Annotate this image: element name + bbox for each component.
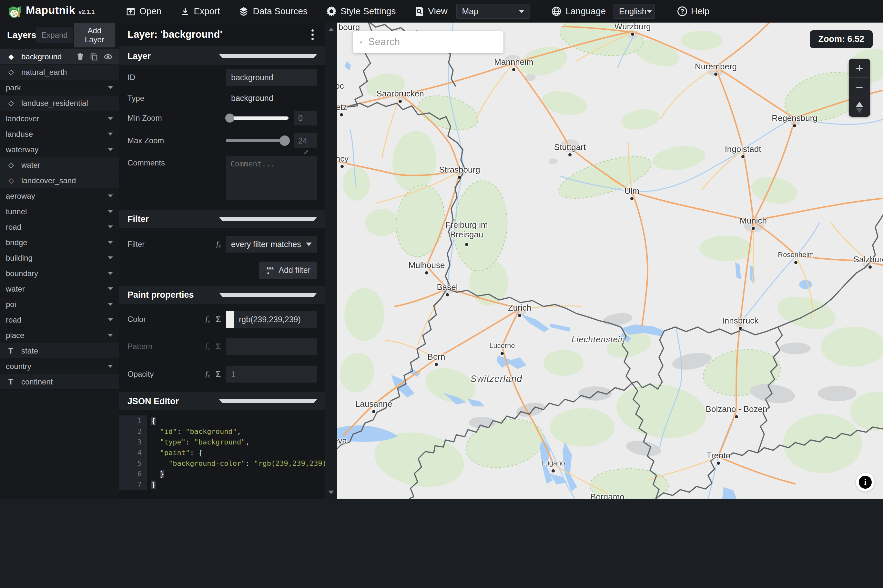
layer-list-item-water[interactable]: ◇water xyxy=(0,158,119,173)
json-code-line: "id": "background", xyxy=(147,426,241,437)
layer-list-item-road[interactable]: road xyxy=(0,312,119,328)
comments-textarea[interactable] xyxy=(226,156,317,200)
map-canvas[interactable]: bourgocWürzburgMannheimNurembergSaarbrüc… xyxy=(337,22,883,499)
data-sources-button[interactable]: Data Sources xyxy=(239,6,308,16)
field-min-zoom: Min Zoom 0 xyxy=(119,107,325,129)
collapse-group-icon[interactable] xyxy=(108,318,113,321)
json-editor[interactable]: 1{2 "id": "background",3 "type": "backgr… xyxy=(119,416,325,490)
min-zoom-slider[interactable] xyxy=(226,117,288,120)
section-json-editor[interactable]: JSON Editor xyxy=(119,392,325,410)
sigma-icon[interactable]: Σ xyxy=(216,342,221,352)
collapse-group-icon[interactable] xyxy=(108,272,113,275)
map-info-button[interactable]: i xyxy=(856,473,875,492)
layer-label: landcover_sand xyxy=(21,176,113,185)
field-opacity: Opacity fx Σ xyxy=(119,358,325,392)
json-code-line: } xyxy=(147,469,164,479)
compass-button[interactable] xyxy=(849,98,870,117)
max-zoom-value[interactable]: 24 xyxy=(294,133,317,148)
collapse-group-icon[interactable] xyxy=(108,195,113,197)
filter-combinator-select[interactable]: every filter matches xyxy=(226,236,317,252)
help-icon: ? xyxy=(677,6,687,16)
zoom-in-button[interactable]: + xyxy=(849,59,870,78)
layer-list-item-landuse_residential[interactable]: ◇landuse_residential xyxy=(0,96,119,111)
layer-list-item-poi[interactable]: poi xyxy=(0,297,119,312)
info-icon: i xyxy=(859,476,872,489)
fx-icon[interactable]: fx xyxy=(216,239,221,249)
collapse-group-icon[interactable] xyxy=(108,225,113,228)
language-button[interactable]: Language xyxy=(551,6,606,16)
zoom-out-button[interactable]: − xyxy=(849,78,870,98)
collapse-group-icon[interactable] xyxy=(108,117,113,120)
section-paint[interactable]: Paint properties xyxy=(119,286,325,304)
layer-list-item-road[interactable]: road xyxy=(0,219,119,235)
layer-list-item-country[interactable]: country xyxy=(0,358,119,374)
layer-list-item-aeroway[interactable]: aeroway xyxy=(0,188,119,204)
add-filter-button[interactable]: Add filter xyxy=(259,262,317,279)
layer-list-item-tunnel[interactable]: tunnel xyxy=(0,204,119,219)
toggle-visibility-icon[interactable] xyxy=(103,52,113,61)
collapse-group-icon[interactable] xyxy=(108,334,113,337)
max-zoom-slider[interactable] xyxy=(226,139,288,142)
layer-list-item-water[interactable]: water xyxy=(0,281,119,297)
layer-list-item-continent[interactable]: Tcontinent xyxy=(0,374,119,390)
collapse-group-icon[interactable] xyxy=(108,303,113,306)
city-dot xyxy=(425,271,428,274)
export-button[interactable]: Export xyxy=(180,6,220,16)
search-input[interactable] xyxy=(368,36,497,48)
scroll-down-icon[interactable] xyxy=(328,490,334,494)
layer-list-item-landuse[interactable]: landuse xyxy=(0,126,119,142)
layer-list-item-place[interactable]: place xyxy=(0,328,119,343)
layer-label: park xyxy=(6,83,105,92)
section-layer[interactable]: Layer xyxy=(119,47,325,65)
collapse-group-icon[interactable] xyxy=(108,241,113,244)
min-zoom-value[interactable]: 0 xyxy=(294,111,317,126)
collapse-group-icon[interactable] xyxy=(108,256,113,260)
layer-list-item-landcover_sand[interactable]: ◇landcover_sand xyxy=(0,173,119,188)
collapse-group-icon[interactable] xyxy=(108,133,113,135)
layer-list-item-park[interactable]: park xyxy=(0,80,119,96)
add-filter-icon xyxy=(266,266,275,275)
collapse-group-icon[interactable] xyxy=(108,287,113,290)
map-search-bar[interactable] xyxy=(353,31,503,53)
layer-list-item-boundary[interactable]: boundary xyxy=(0,266,119,281)
layer-list-item-background[interactable]: ◆background xyxy=(0,49,119,64)
sigma-icon[interactable]: Σ xyxy=(216,315,221,324)
editor-scrollbar[interactable] xyxy=(325,22,337,499)
layer-list-item-state[interactable]: Tstate xyxy=(0,343,119,358)
view-mode-select[interactable]: Map xyxy=(457,4,530,19)
chevron-down-icon xyxy=(219,217,317,221)
scroll-up-icon[interactable] xyxy=(328,28,334,31)
style-settings-button[interactable]: Style Settings xyxy=(326,6,396,16)
app-toolbar: Maputnik v2.1.1 Open Export Data Sources… xyxy=(0,0,883,22)
collapse-group-icon[interactable] xyxy=(108,210,113,213)
color-input[interactable]: rgb(239,239,239) xyxy=(226,311,317,328)
layer-list-item-bridge[interactable]: bridge xyxy=(0,235,119,250)
map-zoom-controls: + − xyxy=(849,59,870,117)
pattern-input[interactable] xyxy=(226,338,317,355)
sigma-icon[interactable]: Σ xyxy=(216,369,221,380)
help-button[interactable]: ? Help xyxy=(677,6,710,16)
fx-icon[interactable]: fx xyxy=(206,342,210,352)
delete-layer-icon[interactable] xyxy=(76,52,84,61)
language-select[interactable]: English xyxy=(614,4,655,19)
collapse-group-icon[interactable] xyxy=(108,365,113,368)
duplicate-layer-icon[interactable] xyxy=(90,52,98,61)
color-swatch[interactable] xyxy=(226,311,236,328)
layer-list-item-natural_earth[interactable]: ◇natural_earth xyxy=(0,64,119,80)
collapse-group-icon[interactable] xyxy=(108,148,113,151)
id-input[interactable] xyxy=(226,69,317,86)
fx-icon[interactable]: fx xyxy=(206,315,210,324)
view-button[interactable]: View xyxy=(414,6,447,16)
open-button[interactable]: Open xyxy=(126,6,162,16)
section-filter[interactable]: Filter xyxy=(119,210,325,228)
json-code-line: "type": "background", xyxy=(147,437,250,447)
add-layer-button[interactable]: Add Layer xyxy=(74,23,115,47)
opacity-input[interactable] xyxy=(226,366,317,382)
layer-list-item-waterway[interactable]: waterway xyxy=(0,142,119,158)
layer-menu-button[interactable] xyxy=(308,27,317,42)
expand-button[interactable]: Expand xyxy=(36,27,73,43)
collapse-group-icon[interactable] xyxy=(108,86,113,89)
layer-list-item-landcover[interactable]: landcover xyxy=(0,111,119,126)
fx-icon[interactable]: fx xyxy=(206,369,210,380)
layer-list-item-building[interactable]: building xyxy=(0,250,119,266)
